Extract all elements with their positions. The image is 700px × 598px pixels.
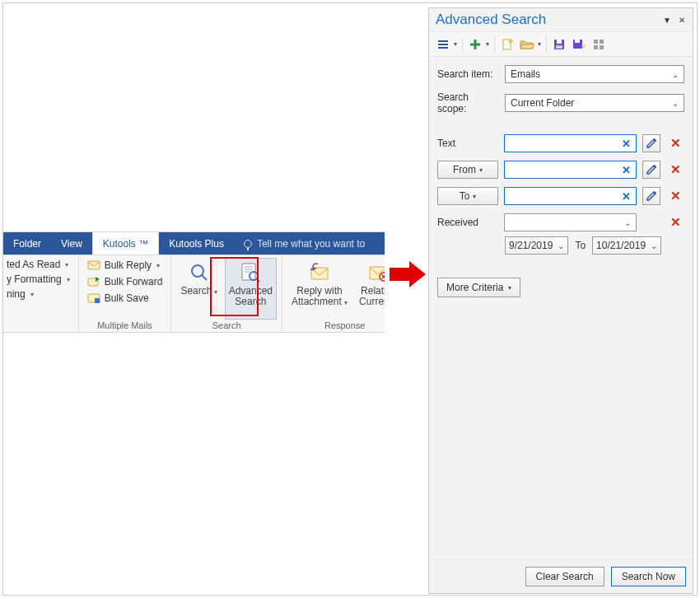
received-select[interactable]: ⌄ [504,213,637,231]
search-button[interactable]: Search ▾ [176,258,221,320]
add-icon[interactable] [468,37,483,52]
chevron-down-icon[interactable]: ▾ [538,40,541,48]
svg-rect-29 [594,40,598,44]
search-item-value: Emails [511,68,540,80]
envelope-icon [87,259,100,272]
tab-folder[interactable]: Folder [3,232,51,255]
tab-view[interactable]: View [51,232,92,255]
save-as-icon[interactable] [572,37,586,52]
clear-search-button[interactable]: Clear Search [525,567,604,586]
from-field-button[interactable]: From▾ [437,161,498,179]
envelope-forward-icon [87,275,100,288]
chevron-down-icon: ⌄ [651,241,657,250]
to-input[interactable]: ✕ [504,187,637,205]
red-arrow [390,261,426,287]
ribbon-body: ted As Read▾ y Formatting▾ ning▾ [3,255,385,333]
label: Bulk Reply [105,259,152,271]
to-input-field[interactable] [508,189,620,203]
search-icon [188,261,211,284]
dropdown-button[interactable]: ▼ [661,14,673,26]
panel-footer: Clear Search Search Now [429,559,693,593]
date-to-picker[interactable]: 10/21/2019 ⌄ [592,236,661,255]
text-input[interactable]: ✕ [504,134,637,152]
separator [494,37,495,52]
ribbon-item-ning[interactable]: ning▾ [3,287,73,301]
group-label: Search [176,320,277,332]
svg-rect-25 [557,40,562,44]
label-l2: Search [235,296,266,307]
chevron-down-icon: ⌄ [672,70,679,79]
save-icon[interactable] [552,37,567,52]
chevron-down-icon[interactable]: ▾ [486,40,489,48]
text-field-label: Text [437,138,498,149]
svg-line-5 [202,275,207,280]
ribbon-item-mark-read[interactable]: ted As Read▾ [3,258,73,271]
search-now-button[interactable]: Search Now [611,567,686,586]
search-scope-select[interactable]: Current Folder ⌄ [505,94,684,112]
group-label: Multiple Mails [84,320,166,332]
svg-rect-31 [594,45,598,49]
chevron-down-icon: ⌄ [558,241,564,250]
search-scope-label: Search scope: [437,91,498,114]
ribbon: Folder View Kutools ™ Kutools Plus Tell … [3,231,385,333]
grid-icon[interactable] [591,37,606,52]
bulk-forward-button[interactable]: Bulk Forward [84,274,166,289]
chevron-down-icon: ▾ [479,166,483,174]
new-doc-icon[interactable] [500,37,515,52]
ribbon-tabs: Folder View Kutools ™ Kutools Plus Tell … [3,232,385,255]
remove-criterion-button[interactable]: ✕ [666,161,684,179]
tab-kutools-plus[interactable]: Kutools Plus [159,232,234,255]
bulk-save-button[interactable]: Bulk Save [84,291,166,306]
received-field-label: Received [437,217,498,228]
text-input-field[interactable] [508,137,620,150]
svg-rect-26 [556,45,562,49]
clear-icon[interactable]: ✕ [620,164,632,176]
svg-point-35 [654,192,656,194]
relative-current-button[interactable]: RelativeCurrent ▾ [355,258,385,320]
close-button[interactable]: ✕ [676,14,688,26]
reply-with-attachment-button[interactable]: Reply withAttachment ▾ [287,258,352,320]
chevron-down-icon: ▾ [30,291,34,298]
menu-icon[interactable] [436,37,450,52]
remove-criterion-button[interactable]: ✕ [666,213,684,231]
advanced-search-button[interactable]: AdvancedSearch [225,258,277,320]
more-criteria-button[interactable]: More Criteria ▾ [437,278,520,297]
svg-point-34 [654,166,656,168]
svg-point-33 [654,139,656,142]
ribbon-group-search: Search ▾ AdvancedSearch Search [171,255,282,333]
svg-point-23 [509,39,513,43]
ribbon-group-cutoff: ted As Read▾ y Formatting▾ ning▾ [3,255,79,333]
remove-criterion-button[interactable]: ✕ [666,187,684,205]
picker-button[interactable] [642,187,660,205]
panel-title-text: Advanced Search [436,12,546,28]
label: Bulk Forward [105,276,163,287]
separator [546,37,547,52]
chevron-down-icon: ⌄ [624,218,631,227]
chevron-down-icon[interactable]: ▾ [454,40,457,48]
clear-icon[interactable]: ✕ [620,138,632,150]
chevron-down-icon: ⌄ [672,99,679,108]
advanced-search-panel: Advanced Search ▼ ✕ ▾ ▾ ▾ Search item: [428,7,693,594]
clear-icon[interactable]: ✕ [620,190,632,203]
tell-me-search[interactable]: Tell me what you want to [234,232,385,255]
label-l2: Current [359,296,385,307]
date-from-picker[interactable]: 9/21/2019 ⌄ [505,236,568,255]
label: More Criteria [446,282,503,293]
from-input-field[interactable] [508,163,620,176]
remove-criterion-button[interactable]: ✕ [666,134,684,152]
tab-kutools[interactable]: Kutools ™ [92,232,159,255]
open-folder-icon[interactable] [520,37,534,52]
bulk-reply-button[interactable]: Bulk Reply▾ [84,258,166,273]
picker-button[interactable] [642,134,660,152]
panel-titlebar: Advanced Search ▼ ✕ [429,8,693,32]
label: ning [7,288,26,300]
to-field-button[interactable]: To▾ [437,187,498,205]
picker-button[interactable] [642,161,660,179]
search-item-select[interactable]: Emails ⌄ [505,65,684,83]
from-input[interactable]: ✕ [504,161,637,179]
chevron-down-icon: ▾ [473,193,476,200]
ribbon-item-formatting[interactable]: y Formatting▾ [3,273,73,286]
chevron-down-icon: ▾ [212,288,217,296]
svg-rect-3 [95,298,100,303]
ribbon-group-multiple-mails: Bulk Reply▾ Bulk Forward B [79,255,172,333]
